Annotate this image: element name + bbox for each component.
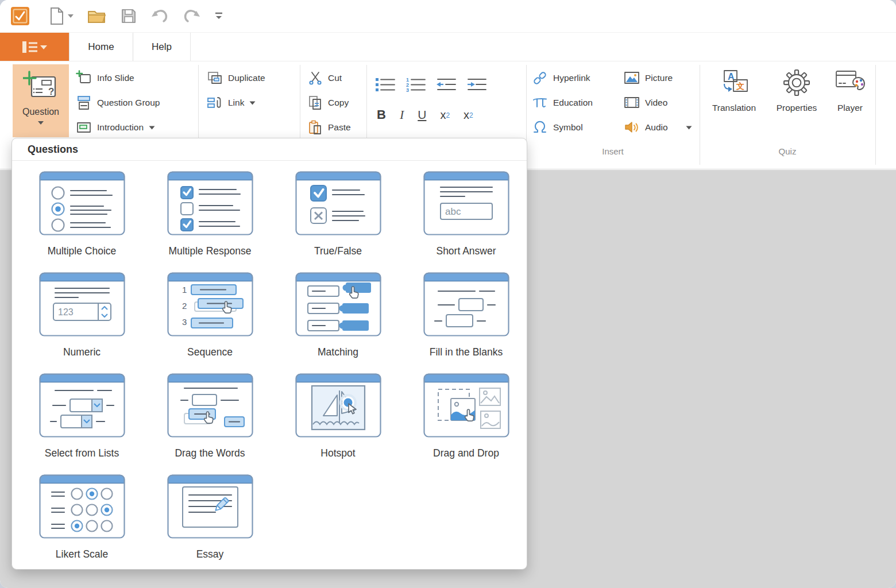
tile-true-false[interactable]: True/False xyxy=(274,169,402,270)
tile-fill-in-the-blanks[interactable]: Fill in the Blanks xyxy=(402,270,527,371)
drag-and-drop-icon xyxy=(423,373,509,438)
info-slide-icon xyxy=(76,70,92,86)
omega-icon xyxy=(532,119,548,136)
introduction-button[interactable]: Introduction xyxy=(74,118,157,137)
tile-drag-and-drop[interactable]: Drag and Drop xyxy=(402,371,527,472)
superscript-button[interactable]: x2 xyxy=(464,109,473,122)
copy-button[interactable]: Copy xyxy=(306,93,351,113)
tile-label: Drag the Words xyxy=(175,447,245,459)
font-toolbar: B I U x2 x2 xyxy=(377,107,473,128)
tile-label: Essay xyxy=(196,548,224,560)
save-button[interactable] xyxy=(115,3,142,29)
gear-icon xyxy=(783,69,810,96)
paste-icon xyxy=(308,120,323,135)
customize-toolbar-icon xyxy=(214,11,223,21)
duplicate-label: Duplicate xyxy=(228,73,265,83)
introduction-label: Introduction xyxy=(97,122,144,133)
increase-indent-icon xyxy=(466,76,488,94)
video-label: Video xyxy=(645,98,667,108)
tile-essay[interactable]: Essay xyxy=(146,472,274,570)
translation-label: Translation xyxy=(712,103,756,113)
numeric-icon: 123 xyxy=(39,272,125,336)
tile-label: Likert Scale xyxy=(56,548,108,560)
question-dropdown-caret-icon xyxy=(37,121,44,125)
introduction-icon xyxy=(76,119,92,136)
open-folder-icon xyxy=(87,7,107,25)
link-label: Link xyxy=(228,98,244,108)
underline-button[interactable]: U xyxy=(418,108,426,122)
likert-scale-icon xyxy=(39,474,125,539)
info-slide-button[interactable]: Info Slide xyxy=(74,68,137,88)
group-separator xyxy=(875,65,876,165)
question-group-label: Question Group xyxy=(97,98,160,108)
tile-label: Hotspot xyxy=(320,447,355,459)
tab-home-label: Home xyxy=(88,41,114,53)
copy-icon xyxy=(308,95,323,110)
link-dropdown-caret-icon xyxy=(249,101,256,105)
short-answer-icon: abc xyxy=(423,171,509,235)
app-menu-icon xyxy=(21,40,48,55)
question-button[interactable]: ? Question xyxy=(13,64,69,137)
tile-label: Numeric xyxy=(63,346,101,358)
question-button-label: Question xyxy=(22,107,59,117)
tile-select-from-lists[interactable]: Select from Lists xyxy=(18,371,146,472)
tile-multiple-choice[interactable]: Multiple Choice xyxy=(18,169,146,270)
link-icon xyxy=(207,95,223,111)
cut-icon xyxy=(308,71,323,86)
customize-toolbar-button[interactable] xyxy=(210,3,228,29)
hyperlink-label: Hyperlink xyxy=(553,73,590,83)
question-mark-glyph: ? xyxy=(48,86,54,97)
decrease-indent-button[interactable] xyxy=(435,76,457,94)
video-button[interactable]: Video xyxy=(621,93,670,113)
new-document-icon xyxy=(49,7,64,25)
properties-button[interactable]: Properties xyxy=(768,69,825,113)
player-label: Player xyxy=(837,103,863,113)
paste-button[interactable]: Paste xyxy=(306,118,353,137)
picture-button[interactable]: Picture xyxy=(621,68,675,88)
paragraph-toolbar: 1 2 3 xyxy=(374,76,488,94)
tab-help[interactable]: Help xyxy=(133,33,191,61)
hyperlink-button[interactable]: Hyperlink xyxy=(530,68,593,88)
player-button[interactable]: Player xyxy=(826,69,874,113)
increase-indent-button[interactable] xyxy=(466,76,488,94)
translation-button[interactable]: A 文 Translation xyxy=(705,69,763,113)
numbered-list-button[interactable]: 1 2 3 xyxy=(405,76,427,94)
italic-button[interactable]: I xyxy=(400,107,404,122)
redo-icon xyxy=(182,7,202,25)
copy-label: Copy xyxy=(328,98,349,108)
tile-likert-scale[interactable]: Likert Scale xyxy=(18,472,146,570)
link-button[interactable]: Link xyxy=(204,93,258,113)
bulleted-list-button[interactable] xyxy=(374,76,396,94)
hotspot-icon xyxy=(295,373,381,438)
hyperlink-icon xyxy=(532,70,548,86)
redo-button[interactable] xyxy=(177,3,206,29)
tile-hotspot[interactable]: Hotspot xyxy=(274,371,402,472)
tile-sequence[interactable]: 1 2 3 Sequence xyxy=(146,270,274,371)
tile-short-answer[interactable]: abc Short Answer xyxy=(402,169,527,270)
question-group-button[interactable]: Question Group xyxy=(74,93,162,113)
tile-drag-the-words[interactable]: Drag the Words xyxy=(146,371,274,472)
tile-multiple-response[interactable]: Multiple Response xyxy=(146,169,274,270)
new-document-button[interactable] xyxy=(45,3,79,29)
bold-button[interactable]: B xyxy=(377,107,386,122)
insert-group-label: Insert xyxy=(527,146,699,156)
audio-dropdown-caret-icon xyxy=(686,126,692,130)
tab-home[interactable]: Home xyxy=(69,33,133,61)
tile-numeric[interactable]: 123 Numeric xyxy=(18,270,146,371)
education-label: Education xyxy=(553,98,593,108)
duplicate-button[interactable]: Duplicate xyxy=(204,68,268,88)
tile-label: Drag and Drop xyxy=(433,447,499,459)
short-answer-sample-text: abc xyxy=(445,206,461,217)
undo-icon xyxy=(150,7,169,25)
cut-button[interactable]: Cut xyxy=(306,68,344,88)
audio-button[interactable]: Audio xyxy=(621,118,694,137)
symbol-button[interactable]: Symbol xyxy=(530,118,585,137)
app-menu-button[interactable] xyxy=(0,33,69,61)
open-button[interactable] xyxy=(82,3,112,29)
education-button[interactable]: Education xyxy=(530,93,595,113)
subscript-button[interactable]: x2 xyxy=(440,109,450,122)
tile-matching[interactable]: Matching xyxy=(274,270,402,371)
svg-text:1: 1 xyxy=(182,285,187,295)
tile-label: True/False xyxy=(314,245,362,257)
undo-button[interactable] xyxy=(145,3,174,29)
